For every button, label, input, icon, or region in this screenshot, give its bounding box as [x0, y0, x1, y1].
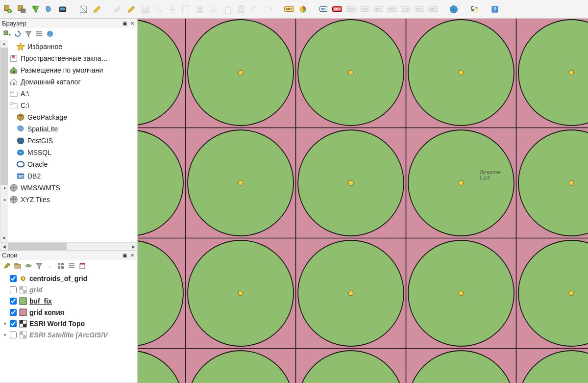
style-icon[interactable] [2, 261, 11, 270]
layer-label: ESRI Satellite (ArcGIS/V [29, 331, 108, 339]
layer-visibility-checkbox[interactable] [10, 275, 17, 282]
panel-undock-icon[interactable]: ▣ [122, 20, 128, 26]
svg-point-132 [238, 291, 243, 296]
svg-point-122 [459, 70, 464, 75]
label-abc-yellow-icon[interactable]: abc [283, 3, 295, 15]
wms-icon [9, 183, 19, 193]
label-show-icon: abc [372, 3, 384, 15]
layers-tree[interactable]: ▾centroids_of_grid▾grid▾buf_fix▾grid коп… [0, 272, 137, 383]
svg-point-13 [182, 4, 183, 6]
new-virtual-icon[interactable] [57, 3, 69, 15]
cut-icon [208, 3, 220, 15]
manage-visibility-icon[interactable] [24, 261, 33, 270]
browser-item-label: C:\ [21, 102, 29, 109]
new-spatialite-icon[interactable] [29, 3, 41, 15]
expand-all-icon[interactable] [56, 261, 65, 270]
layer-visibility-checkbox[interactable] [10, 320, 17, 327]
browser-item[interactable]: ▸GeoPackage [0, 111, 137, 123]
edit-icon[interactable] [91, 3, 103, 15]
refresh-icon[interactable] [13, 29, 22, 38]
svg-rect-49 [58, 263, 60, 265]
current-edits-icon [112, 3, 123, 15]
python-icon[interactable] [468, 3, 480, 15]
layer-item[interactable]: ▾ESRI Satellite (ArcGIS/V [0, 329, 137, 340]
new-gpx-icon[interactable] [77, 3, 89, 15]
browser-item[interactable]: ▸Домашний каталог [0, 76, 137, 88]
svg-text:ε: ε [49, 263, 51, 269]
toggle-editing-icon[interactable] [125, 3, 137, 15]
layer-visibility-checkbox[interactable] [10, 286, 17, 293]
svg-rect-67 [20, 332, 23, 335]
browser-item-label: Oracle [27, 160, 48, 168]
map-canvas[interactable]: Лучистое Luch [138, 19, 588, 383]
browser-hscroll[interactable]: ◀ ▶ [0, 242, 137, 250]
browser-item[interactable]: ▸MSSQL [0, 147, 137, 158]
filter-icon[interactable] [24, 29, 33, 38]
browser-item[interactable]: ▸PostGIS [0, 135, 137, 147]
browser-item[interactable]: ▸WMS/WMTS [0, 182, 137, 194]
diagram-icon[interactable] [297, 3, 309, 15]
browser-vscroll[interactable]: ▲ ▼ [0, 40, 8, 242]
filter-legend-icon[interactable] [35, 261, 44, 270]
web-icon[interactable] [448, 3, 460, 15]
label-pin-icon: abc [345, 3, 357, 15]
layer-item[interactable]: ▾grid копия [0, 306, 137, 318]
browser-item-label: DB2 [27, 172, 41, 180]
layer-label: ESRI World Topo [29, 320, 85, 328]
layer-item[interactable]: ▾grid [0, 284, 137, 295]
browser-item[interactable]: ▸Пространственные закла… [0, 52, 137, 64]
layer-item[interactable]: ▾centroids_of_grid [0, 273, 137, 284]
label-abc-red-icon[interactable]: abc [331, 3, 343, 15]
layer-label: centroids_of_grid [29, 275, 87, 282]
map-place-label: Лучистое Luch [480, 170, 501, 180]
svg-rect-20 [238, 6, 244, 12]
expand-arrow-icon[interactable]: ▾ [2, 321, 8, 326]
svg-rect-68 [23, 335, 26, 338]
svg-rect-59 [20, 286, 23, 290]
add-group-icon[interactable] [13, 261, 22, 270]
browser-item[interactable]: ▸C:\ [0, 100, 137, 111]
svg-rect-35 [13, 82, 15, 85]
label-hide-icon: abc [386, 3, 398, 15]
panel-close-icon[interactable]: ✕ [129, 252, 135, 258]
layer-item[interactable]: ▾buf_fix [0, 295, 137, 306]
browser-item[interactable]: ▸Oracle [0, 158, 137, 170]
layer-visibility-checkbox[interactable] [10, 332, 17, 338]
svg-rect-50 [61, 263, 64, 265]
layer-visibility-checkbox[interactable] [10, 298, 17, 305]
new-memory-icon[interactable] [43, 3, 55, 15]
remove-layer-icon[interactable] [78, 261, 87, 270]
collapse-all-layers-icon[interactable] [67, 261, 76, 270]
panel-undock-icon[interactable]: ▣ [122, 252, 128, 258]
browser-item[interactable]: ▸XYZ Tiles [0, 194, 137, 205]
layers-panel-title: Слои ▣ ✕ [0, 251, 137, 260]
add-feature-icon [153, 3, 165, 15]
new-shapefile-icon[interactable]: + [2, 3, 14, 15]
properties-icon[interactable]: i [46, 29, 54, 38]
svg-point-126 [238, 180, 243, 185]
svg-rect-6 [60, 7, 65, 10]
browser-item[interactable]: ▸Размещение по умолчани [0, 64, 137, 76]
panel-close-icon[interactable]: ✕ [129, 20, 135, 26]
collapse-all-icon[interactable] [35, 29, 44, 38]
filter-expression-icon: ε [46, 261, 54, 270]
layer-item[interactable]: ▾ESRI World Topo [0, 318, 137, 329]
help-icon[interactable]: ? [489, 3, 501, 15]
svg-rect-15 [197, 6, 203, 7]
browser-item[interactable]: ▸SpatiaLite [0, 123, 137, 135]
svg-rect-4 [21, 9, 25, 13]
svg-rect-14 [197, 7, 202, 13]
add-layer-icon[interactable]: + [2, 29, 11, 38]
expand-arrow-icon[interactable]: ▾ [2, 332, 8, 337]
new-geopackage-icon[interactable] [16, 3, 27, 15]
layers-toolbar: ε [0, 260, 137, 272]
svg-point-57 [21, 277, 25, 281]
browser-item[interactable]: ▸DB2DB2 [0, 170, 137, 182]
browser-item[interactable]: ▸A:\ [0, 88, 137, 100]
label-abc-blue-icon[interactable]: ab [318, 3, 329, 15]
svg-rect-19 [226, 7, 231, 13]
browser-panel-title: Браузер ▣ ✕ [0, 19, 137, 28]
layer-visibility-checkbox[interactable] [10, 309, 17, 316]
browser-item[interactable]: ▸Избранное [0, 41, 137, 52]
browser-tree[interactable]: ▸Избранное▸Пространственные закла…▸Разме… [0, 40, 137, 242]
